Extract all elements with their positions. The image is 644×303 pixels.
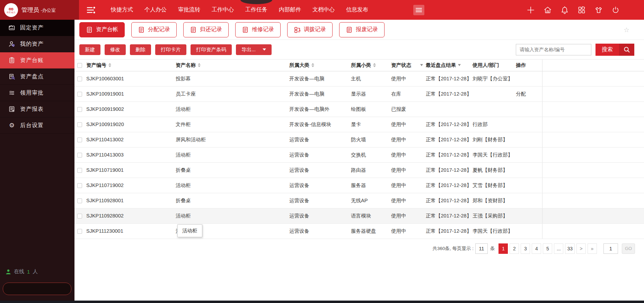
page-button-3[interactable]: 3 <box>521 243 530 254</box>
search-button[interactable]: 搜索 <box>596 44 634 56</box>
toolbar-button-4[interactable]: 打印卡片 <box>155 44 186 55</box>
cell-name: 员工卡座 <box>176 86 289 101</box>
cell-category: 运营设备 <box>289 132 351 147</box>
row-checkbox[interactable] <box>77 214 82 219</box>
page-button-33[interactable]: 33 <box>565 243 575 254</box>
page-button-4[interactable]: 4 <box>532 243 541 254</box>
row-checkbox[interactable] <box>77 77 82 81</box>
page-size-input[interactable] <box>475 243 488 254</box>
row-checkbox[interactable] <box>77 122 82 127</box>
sidebar-item-7[interactable]: ⚙后台设置 <box>0 117 74 134</box>
tooltip: 活动柜 <box>177 224 202 237</box>
export-button[interactable]: 导出... <box>236 44 272 55</box>
column-header-name[interactable]: 资产名称 <box>176 60 289 71</box>
assign-action-link[interactable]: 分配 <box>516 91 526 97</box>
tab-label: 归还记录 <box>200 26 222 33</box>
cell-check: 正常【2017-12-28】 <box>426 117 473 132</box>
nav-item-5[interactable]: 工作任务 <box>245 6 267 14</box>
sort-icon[interactable] <box>311 63 314 67</box>
row-checkbox[interactable] <box>77 183 82 188</box>
cell-user: 刘刚【财务部】 <box>473 132 516 147</box>
scrap-record-icon <box>346 26 353 33</box>
favorite-star-icon[interactable]: ☆ <box>624 26 629 34</box>
cell-category: 运营设备 <box>289 223 351 239</box>
column-header-code[interactable]: 资产编号 <box>86 60 176 71</box>
toolbar-button-1[interactable]: 新建 <box>79 44 100 55</box>
sidebar-item-2[interactable]: 我的资产 <box>0 36 74 52</box>
sort-icon[interactable] <box>108 63 111 67</box>
online-user-icon <box>6 269 11 275</box>
apps-icon[interactable] <box>577 6 586 14</box>
toolbar-button-3[interactable]: 删除 <box>130 44 151 55</box>
column-header-check[interactable]: 最近盘点结果 <box>426 60 473 71</box>
tab-3[interactable]: 归还记录 <box>183 22 229 37</box>
asset-search-input[interactable] <box>516 44 591 55</box>
page-button-5[interactable]: 5 <box>543 243 552 254</box>
select-all-checkbox[interactable] <box>77 63 82 68</box>
top-navigation: 快捷方式个人办公审批流转工作中心工作任务内部邮件文档中心信息发布 <box>111 6 368 14</box>
row-checkbox-cell <box>74 117 86 132</box>
toolbar-button-5[interactable]: 打印资产条码 <box>191 44 232 55</box>
nav-item-6[interactable]: 内部邮件 <box>279 6 301 14</box>
row-checkbox[interactable] <box>77 229 82 234</box>
table-row: SJKP110719002活动柜运营设备服务器使用中正常【2017-12-28】… <box>74 178 644 193</box>
home-icon[interactable] <box>544 6 552 14</box>
row-checkbox-cell <box>74 178 86 193</box>
toolbar-button-2[interactable]: 修改 <box>105 44 126 55</box>
jump-page-input[interactable] <box>603 243 618 254</box>
record-tabbar: 资产台帐分配记录归还记录维修记录调拨记录报废记录 ☆ <box>74 20 644 40</box>
sidebar-item-1[interactable]: 固定资产 <box>0 20 74 36</box>
nav-item-4[interactable]: 工作中心 <box>212 6 234 14</box>
nav-item-1[interactable]: 快捷方式 <box>111 6 133 14</box>
cell-status: 使用中 <box>391 223 426 239</box>
hamburger-menu-button[interactable] <box>413 5 424 15</box>
row-checkbox[interactable] <box>77 137 82 142</box>
page-button-1[interactable]: 1 <box>499 243 508 254</box>
filter-caret-icon[interactable] <box>458 64 461 66</box>
last-page-button[interactable]: » <box>588 243 597 254</box>
bell-icon[interactable] <box>561 6 569 14</box>
column-header-status[interactable]: 资产状态 <box>391 60 426 71</box>
go-button[interactable]: GO <box>622 243 635 254</box>
sort-icon[interactable] <box>373 63 376 67</box>
nav-item-2[interactable]: 个人办公 <box>144 6 167 14</box>
tab-5[interactable]: 调拨记录 <box>287 22 333 37</box>
cell-subcategory: 显示器 <box>351 86 391 101</box>
power-icon[interactable] <box>611 6 620 14</box>
nav-item-7[interactable]: 文档中心 <box>312 6 335 14</box>
cell-name: 活动柜 <box>176 147 289 162</box>
topbar-user-area[interactable]: ∞ 华天动力 管理员 -办公室 <box>0 0 79 20</box>
cell-op <box>516 101 542 117</box>
column-label: 所属小类 <box>351 62 371 69</box>
column-header-category[interactable]: 所属大类 <box>289 60 351 71</box>
sort-icon[interactable] <box>198 63 201 67</box>
sidebar-item-6[interactable]: 资产报表 <box>0 101 74 117</box>
list-menu-icon[interactable] <box>87 6 96 14</box>
sidebar-item-3[interactable]: 资产台账 <box>0 52 74 69</box>
plus-icon[interactable] <box>527 6 535 14</box>
cell-check: 正常【2017-12-28】 <box>426 178 473 193</box>
current-dept-label: -办公室 <box>41 8 55 13</box>
tab-4[interactable]: 维修记录 <box>235 22 281 37</box>
nav-item-3[interactable]: 审批流转 <box>178 6 200 14</box>
theme-shirt-icon[interactable] <box>594 6 603 14</box>
tab-6[interactable]: 报废记录 <box>339 22 385 37</box>
row-checkbox[interactable] <box>77 168 82 173</box>
sidebar-search-input[interactable] <box>3 286 74 292</box>
row-checkbox[interactable] <box>77 198 82 203</box>
row-checkbox[interactable] <box>77 107 82 112</box>
page-button-2[interactable]: 2 <box>510 243 519 254</box>
filter-caret-icon[interactable] <box>420 64 423 66</box>
cell-filler <box>542 132 644 147</box>
cell-category: 运营设备 <box>289 178 351 193</box>
column-header-subcategory[interactable]: 所属小类 <box>351 60 391 71</box>
tab-1[interactable]: 资产台帐 <box>79 22 125 37</box>
sidebar-item-4[interactable]: 资产盘点 <box>0 69 74 85</box>
sidebar-item-5[interactable]: 领用审批 <box>0 85 74 101</box>
cell-code: SJKP100919020 <box>86 117 176 132</box>
tab-2[interactable]: 分配记录 <box>131 22 177 37</box>
row-checkbox[interactable] <box>77 92 82 97</box>
row-checkbox[interactable] <box>77 153 82 158</box>
nav-item-8[interactable]: 信息发布 <box>346 6 368 14</box>
next-page-button[interactable]: > <box>576 243 586 254</box>
